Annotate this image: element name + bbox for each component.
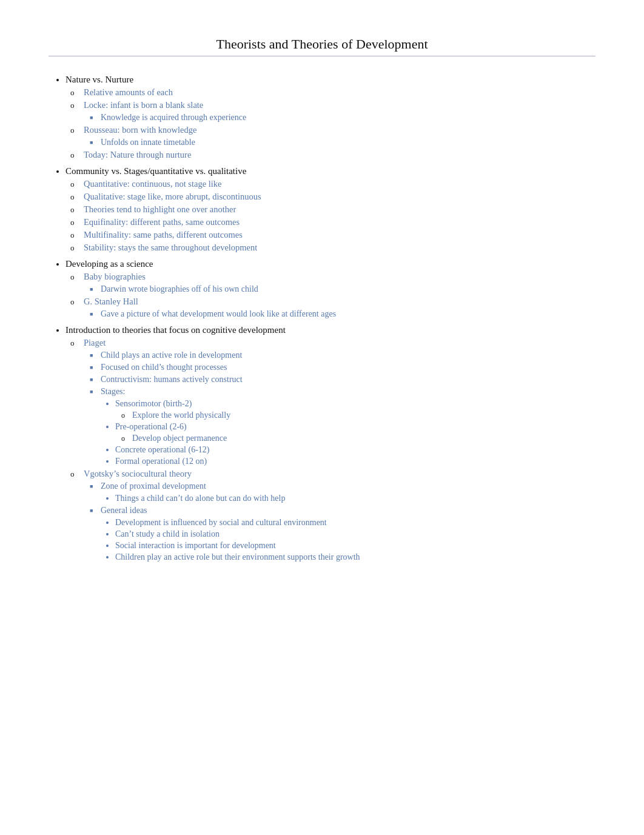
list-item: Equifinality: different paths, same outc…: [84, 217, 595, 227]
list-item: G. Stanley Hall Gave a picture of what d…: [84, 297, 595, 319]
item-label: Formal operational (12 on): [115, 457, 207, 466]
item-label: Multifinality: same paths, different out…: [84, 230, 243, 240]
list-item: General ideas Development is influenced …: [101, 506, 595, 562]
item-label: Can’t study a child in isolation: [115, 529, 220, 538]
list-item: Formal operational (12 on): [115, 457, 595, 466]
list-item: Things a child can’t do alone but can do…: [115, 494, 595, 503]
list-item: Piaget Child plays an active role in dev…: [84, 338, 595, 466]
outline-level-3: Gave a picture of what development would…: [84, 309, 595, 319]
item-label: Piaget: [84, 338, 106, 347]
list-item: Concrete operational (6-12): [115, 445, 595, 455]
list-item: Community vs. Stages/quantitative vs. qu…: [65, 166, 595, 253]
item-label: Things a child can’t do alone but can do…: [115, 494, 285, 503]
item-label: Quantitative: continuous, not stage like: [84, 179, 222, 189]
outline-level-5: Explore the world physically: [115, 411, 595, 420]
list-item: Quantitative: continuous, not stage like: [84, 179, 595, 189]
item-label: Development is influenced by social and …: [115, 518, 327, 527]
item-label: General ideas: [101, 506, 147, 515]
list-item: Gave a picture of what development would…: [101, 309, 595, 319]
outline-level-4: Development is influenced by social and …: [101, 518, 595, 562]
main-content: Nature vs. Nurture Relative amounts of e…: [49, 75, 595, 562]
outline-level-4: Sensorimotor (birth-2) Explore the world…: [101, 399, 595, 466]
item-label: Qualitative: stage like, more abrupt, di…: [84, 192, 261, 201]
outline-level-4: Things a child can’t do alone but can do…: [101, 494, 595, 503]
item-label: Develop object permanence: [132, 434, 227, 443]
list-item: Pre-operational (2-6) Develop object per…: [115, 422, 595, 443]
item-label: Zone of proximal development: [101, 481, 206, 491]
list-item: Darwin wrote biographies off of his own …: [101, 284, 595, 294]
item-label: Rousseau: born with knowledge: [84, 125, 196, 135]
list-item: Developing as a science Baby biographies…: [65, 259, 595, 319]
item-label: Social interaction is important for deve…: [115, 541, 276, 550]
outline-level-3: Knowledge is acquired through experience: [84, 113, 595, 122]
list-item: Baby biographies Darwin wrote biographie…: [84, 272, 595, 294]
item-label: Stages:: [101, 387, 125, 396]
item-label: Baby biographies: [84, 272, 146, 281]
item-label: Vgotsky’s sociocultural theory: [84, 469, 192, 478]
item-label: Pre-operational (2-6): [115, 422, 187, 431]
item-label: Concrete operational (6-12): [115, 445, 210, 454]
outline-level-2: Piaget Child plays an active role in dev…: [65, 338, 595, 562]
item-label: Knowledge is acquired through experience: [101, 113, 246, 122]
item-label: Explore the world physically: [132, 411, 230, 420]
outline-level-3: Darwin wrote biographies off of his own …: [84, 284, 595, 294]
list-item: Nature vs. Nurture Relative amounts of e…: [65, 75, 595, 160]
list-item: Social interaction is important for deve…: [115, 541, 595, 551]
item-label: Unfolds on innate timetable: [101, 138, 195, 147]
item-label: Darwin wrote biographies off of his own …: [101, 284, 258, 293]
list-item: Zone of proximal development Things a ch…: [101, 481, 595, 503]
outline-level-3: Unfolds on innate timetable: [84, 138, 595, 147]
item-label: Children play an active role but their e…: [115, 552, 360, 562]
list-item: Development is influenced by social and …: [115, 518, 595, 528]
item-label: Stability: stays the same throughout dev…: [84, 243, 257, 252]
item-label: Focused on child’s thought processes: [101, 363, 227, 372]
list-item: Develop object permanence: [132, 434, 595, 443]
list-item: Qualitative: stage like, more abrupt, di…: [84, 192, 595, 202]
list-item: Child plays an active role in developmen…: [101, 350, 595, 360]
item-label: G. Stanley Hall: [84, 297, 138, 306]
list-item: Theories tend to highlight one over anot…: [84, 204, 595, 215]
list-item: Today: Nature through nurture: [84, 150, 595, 160]
item-label: Sensorimotor (birth-2): [115, 399, 192, 408]
item-label: Introduction to theories that focus on c…: [65, 325, 286, 335]
list-item: Children play an active role but their e…: [115, 552, 595, 562]
list-item: Vgotsky’s sociocultural theory Zone of p…: [84, 469, 595, 562]
item-label: Child plays an active role in developmen…: [101, 350, 242, 360]
item-label: Locke: infant is born a blank slate: [84, 100, 203, 110]
page-title: Theorists and Theories of Development: [49, 36, 595, 56]
list-item: Focused on child’s thought processes: [101, 363, 595, 372]
list-item: Stages: Sensorimotor (birth-2) Explore t…: [101, 387, 595, 466]
item-label: Nature vs. Nurture: [65, 75, 133, 84]
list-item: Unfolds on innate timetable: [101, 138, 595, 147]
outline-level-2: Quantitative: continuous, not stage like…: [65, 179, 595, 253]
item-label: Relative amounts of each: [84, 87, 173, 97]
list-item: Introduction to theories that focus on c…: [65, 325, 595, 562]
outline-level-2: Relative amounts of each Locke: infant i…: [65, 87, 595, 160]
item-label: Today: Nature through nurture: [84, 150, 191, 159]
list-item: Rousseau: born with knowledge Unfolds on…: [84, 125, 595, 147]
outline-level-1: Nature vs. Nurture Relative amounts of e…: [49, 75, 595, 562]
list-item: Multifinality: same paths, different out…: [84, 230, 595, 240]
list-item: Sensorimotor (birth-2) Explore the world…: [115, 399, 595, 420]
list-item: Relative amounts of each: [84, 87, 595, 98]
outline-level-5: Develop object permanence: [115, 434, 595, 443]
list-item: Knowledge is acquired through experience: [101, 113, 595, 122]
list-item: Stability: stays the same throughout dev…: [84, 243, 595, 253]
list-item: Can’t study a child in isolation: [115, 529, 595, 539]
item-label: Developing as a science: [65, 259, 153, 269]
outline-level-3: Child plays an active role in developmen…: [84, 350, 595, 466]
item-label: Contructivism: humans actively construct: [101, 375, 243, 384]
outline-level-3: Zone of proximal development Things a ch…: [84, 481, 595, 562]
item-label: Gave a picture of what development would…: [101, 309, 336, 318]
item-label: Equifinality: different paths, same outc…: [84, 217, 240, 227]
outline-level-2: Baby biographies Darwin wrote biographie…: [65, 272, 595, 319]
list-item: Explore the world physically: [132, 411, 595, 420]
item-label: Community vs. Stages/quantitative vs. qu…: [65, 166, 246, 176]
item-label: Theories tend to highlight one over anot…: [84, 204, 236, 214]
list-item: Contructivism: humans actively construct: [101, 375, 595, 384]
list-item: Locke: infant is born a blank slate Know…: [84, 100, 595, 122]
